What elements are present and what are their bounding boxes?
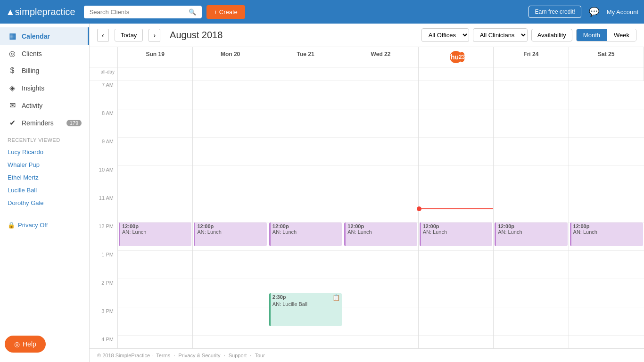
recent-client-1[interactable]: Whaler Pup <box>0 158 89 171</box>
availability-button[interactable]: Availability <box>531 29 572 41</box>
cell-mon-11[interactable] <box>193 194 267 222</box>
event-lunch-tue[interactable]: 12:00p AN: Lunch <box>269 222 342 246</box>
cell-sun-14[interactable] <box>118 279 192 307</box>
cell-thu-7[interactable] <box>419 81 493 109</box>
cell-thu-15[interactable] <box>419 307 493 336</box>
cell-sat-14[interactable] <box>569 279 644 307</box>
tab-month[interactable]: Month <box>577 29 607 41</box>
cell-sat-10[interactable] <box>569 166 644 194</box>
cell-tue-9[interactable] <box>268 138 343 166</box>
sidebar-item-reminders[interactable]: ✔ Reminders 179 <box>0 114 89 132</box>
search-input[interactable] <box>90 8 186 16</box>
cell-fri-14[interactable] <box>494 279 568 307</box>
event-lunch-wed[interactable]: 12:00p AN: Lunch <box>344 222 417 246</box>
cell-thu-13[interactable] <box>419 251 493 279</box>
cell-sun-15[interactable] <box>118 307 192 336</box>
cell-mon-8[interactable] <box>193 109 267 138</box>
cell-mon-10[interactable] <box>193 166 267 194</box>
cell-thu-10[interactable] <box>419 166 493 194</box>
cell-mon-15[interactable] <box>193 307 267 336</box>
cell-fri-16[interactable] <box>494 336 568 348</box>
cell-sun-8[interactable] <box>118 109 192 138</box>
cell-mon-13[interactable] <box>193 251 267 279</box>
cell-fri-8[interactable] <box>494 109 568 138</box>
allday-cell-wed[interactable] <box>343 67 418 81</box>
event-lunch-fri[interactable]: 12:00p AN: Lunch <box>495 222 567 246</box>
cell-thu-9[interactable] <box>419 138 493 166</box>
sidebar-item-billing[interactable]: $ Billing <box>0 62 89 79</box>
cell-tue-10[interactable] <box>268 166 343 194</box>
allday-cell-mon[interactable] <box>193 67 268 81</box>
event-lucille-tue[interactable]: 2:30p 📋 AN: Lucille Ball <box>269 293 342 326</box>
cell-tue-7[interactable] <box>268 81 343 109</box>
allday-cell-thu[interactable] <box>419 67 494 81</box>
allday-cell-sun[interactable] <box>118 67 193 81</box>
allday-cell-fri[interactable] <box>494 67 569 81</box>
prev-button[interactable]: ‹ <box>97 29 109 42</box>
cell-tue-16[interactable] <box>268 336 343 348</box>
footer-support-link[interactable]: Support <box>229 353 247 358</box>
event-lunch-sat[interactable]: 12:00p AN: Lunch <box>570 222 643 246</box>
recent-client-0[interactable]: Lucy Ricardo <box>0 146 89 158</box>
cell-thu-14[interactable] <box>419 279 493 307</box>
cell-mon-14[interactable] <box>193 279 267 307</box>
recent-client-2[interactable]: Ethel Mertz <box>0 171 89 184</box>
cell-tue-13[interactable] <box>268 251 343 279</box>
cell-fri-10[interactable] <box>494 166 568 194</box>
footer-tour-link[interactable]: Tour <box>255 353 264 358</box>
cell-mon-16[interactable] <box>193 336 267 348</box>
footer-terms-link[interactable]: Terms <box>156 353 170 358</box>
cell-fri-13[interactable] <box>494 251 568 279</box>
cell-sun-9[interactable] <box>118 138 192 166</box>
sidebar-item-calendar[interactable]: ▦ Calendar <box>0 27 89 45</box>
offices-dropdown[interactable]: All Offices <box>421 28 469 42</box>
cell-fri-15[interactable] <box>494 307 568 336</box>
cell-sat-9[interactable] <box>569 138 644 166</box>
cell-wed-15[interactable] <box>343 307 418 336</box>
cell-fri-11[interactable] <box>494 194 568 222</box>
footer-privacy-link[interactable]: Privacy & Security <box>178 353 220 358</box>
event-lunch-thu[interactable]: 12:00p AN: Lunch <box>420 222 492 246</box>
my-account-link[interactable]: My Account <box>607 8 638 16</box>
allday-cell-sat[interactable] <box>569 67 644 81</box>
cell-sun-10[interactable] <box>118 166 192 194</box>
cell-sat-7[interactable] <box>569 81 644 109</box>
sidebar-item-clients[interactable]: ◎ Clients <box>0 45 89 62</box>
sidebar-item-activity[interactable]: ✉ Activity <box>0 97 89 114</box>
cell-sun-7[interactable] <box>118 81 192 109</box>
cell-fri-9[interactable] <box>494 138 568 166</box>
sidebar-item-insights[interactable]: ◈ Insights <box>0 79 89 97</box>
cell-sat-11[interactable] <box>569 194 644 222</box>
chat-icon[interactable]: 💬 <box>589 7 599 17</box>
cell-wed-11[interactable] <box>343 194 418 222</box>
cell-wed-14[interactable] <box>343 279 418 307</box>
cell-thu-8[interactable] <box>419 109 493 138</box>
recent-client-3[interactable]: Lucille Ball <box>0 184 89 197</box>
cell-sat-13[interactable] <box>569 251 644 279</box>
today-button[interactable]: Today <box>115 29 143 41</box>
cell-wed-9[interactable] <box>343 138 418 166</box>
cell-wed-7[interactable] <box>343 81 418 109</box>
cell-wed-8[interactable] <box>343 109 418 138</box>
cell-mon-9[interactable] <box>193 138 267 166</box>
recent-client-4[interactable]: Dorothy Gale <box>0 197 89 209</box>
create-button[interactable]: + Create <box>206 5 245 19</box>
cell-sun-11[interactable] <box>118 194 192 222</box>
cell-wed-13[interactable] <box>343 251 418 279</box>
cell-wed-16[interactable] <box>343 336 418 348</box>
allday-cell-tue[interactable] <box>268 67 343 81</box>
event-lunch-mon[interactable]: 12:00p AN: Lunch <box>194 222 266 246</box>
cell-tue-11[interactable] <box>268 194 343 222</box>
help-button[interactable]: ◎ Help <box>5 336 46 353</box>
cell-tue-8[interactable] <box>268 109 343 138</box>
cell-sat-15[interactable] <box>569 307 644 336</box>
event-lunch-sun[interactable]: 12:00p AN: Lunch <box>119 222 191 246</box>
cell-fri-7[interactable] <box>494 81 568 109</box>
cell-thu-16[interactable] <box>419 336 493 348</box>
cell-sun-13[interactable] <box>118 251 192 279</box>
cell-sat-16[interactable] <box>569 336 644 348</box>
earn-credit-button[interactable]: Earn free credit! <box>528 6 581 18</box>
clinicians-dropdown[interactable]: All Clinicians <box>473 28 528 42</box>
privacy-off-link[interactable]: 🔒 Privacy Off <box>0 217 89 233</box>
next-button[interactable]: › <box>149 29 160 42</box>
